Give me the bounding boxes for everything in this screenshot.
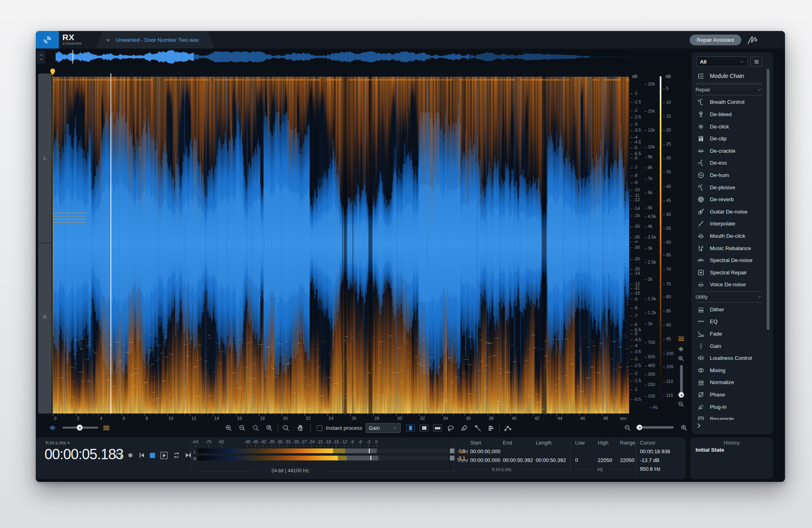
zoom-in-icon[interactable] xyxy=(225,424,233,432)
module-filter-select[interactable]: All xyxy=(696,56,748,67)
history-item[interactable]: Initial State xyxy=(696,447,724,453)
module-item-de-click[interactable]: De-click xyxy=(692,120,765,133)
zoom-selection-icon[interactable] xyxy=(252,424,260,432)
zoom-out-icon[interactable] xyxy=(238,424,246,432)
sel-start-value[interactable]: 00:00:00.000 xyxy=(470,448,500,454)
monitor-icon[interactable] xyxy=(114,451,123,459)
module-item-interpolate[interactable]: Interpolate xyxy=(692,218,765,230)
scale-tick: -7 xyxy=(630,165,638,170)
blend-slider-knob[interactable] xyxy=(77,425,83,431)
freq-high-value[interactable]: 22050 xyxy=(598,457,612,463)
module-item-de-reverb[interactable]: De-reverb xyxy=(692,193,765,206)
module-item-mouth-de-click[interactable]: Mouth De-click xyxy=(692,230,765,242)
freq-range-value[interactable]: 22050 xyxy=(620,457,634,463)
process-select[interactable]: Gain xyxy=(366,423,401,433)
loop-button[interactable] xyxy=(172,451,180,459)
module-item-mixing[interactable]: Mixing xyxy=(692,364,765,377)
module-item-spectral-repair[interactable]: Spectral Repair xyxy=(692,266,765,279)
module-item-dither[interactable]: Dither xyxy=(692,303,765,316)
time-frequency-selection-tool[interactable] xyxy=(420,425,428,431)
vertical-zoom-slider[interactable] xyxy=(680,365,683,395)
frequency-selection-tool[interactable] xyxy=(433,425,442,431)
ruler-minor-tick xyxy=(413,413,414,415)
spectrogram-view[interactable] xyxy=(53,74,629,413)
panel-menu-button[interactable] xyxy=(750,56,762,67)
file-tab[interactable]: × Unwanted - Door Number Two.wav xyxy=(95,31,215,49)
overview-resize-control[interactable] xyxy=(37,51,45,64)
module-item-breath-control[interactable]: Breath Control xyxy=(692,96,765,109)
waveform-blend-icon[interactable] xyxy=(49,424,56,431)
magnify-tool-icon[interactable] xyxy=(282,424,290,432)
magic-wand-tool-icon[interactable] xyxy=(474,424,482,432)
module-item-plug-in[interactable]: Plug-in xyxy=(692,401,765,413)
timeline-zoom-knob[interactable] xyxy=(637,425,642,430)
chevron-down-icon xyxy=(739,59,744,64)
i-bars2 xyxy=(697,135,705,142)
lasso-tool-icon[interactable] xyxy=(447,424,455,432)
module-item-fade[interactable]: Fade xyxy=(692,328,765,340)
time-format-select[interactable]: h:m:s.ms ▾ xyxy=(46,440,70,446)
module-item-de-bleed[interactable]: De-bleed xyxy=(692,108,765,120)
view-start-value[interactable]: 00:00:00.000 xyxy=(470,457,500,463)
toolbar-divider xyxy=(310,423,311,433)
spectrogram-blend-icon[interactable] xyxy=(103,424,110,432)
vertical-zoom-out-icon[interactable] xyxy=(678,401,684,408)
module-item-music-rebalance[interactable]: Music Rebalance xyxy=(692,242,765,254)
ruler-minor-tick xyxy=(276,413,276,415)
time-selection-tool[interactable] xyxy=(406,425,415,431)
playhead-time-display[interactable]: 00:00:05.183 xyxy=(45,446,123,463)
module-item-de-clip[interactable]: De-clip xyxy=(692,132,765,145)
module-item-normalize[interactable]: Normalize xyxy=(692,377,765,389)
vertical-zoom-in-icon[interactable] xyxy=(678,355,684,362)
brush-tool-icon[interactable] xyxy=(460,424,468,432)
go-to-start-button[interactable] xyxy=(138,451,146,459)
freq-low-value[interactable]: 0 xyxy=(575,457,578,463)
tab-close-icon[interactable]: × xyxy=(107,37,110,43)
module-item-gain[interactable]: Gain xyxy=(692,340,765,352)
module-item-guitar-de-noise[interactable]: Guitar De-noise xyxy=(692,206,765,218)
waveform-overview[interactable] xyxy=(56,49,629,64)
module-item-loudness-control[interactable]: Loudness Control xyxy=(692,352,765,364)
module-item-voice-de-noise[interactable]: Voice De-noise xyxy=(692,279,765,291)
instant-process-checkbox[interactable] xyxy=(317,425,322,431)
zoom-fit-icon[interactable] xyxy=(265,424,273,432)
module-item-de-hum[interactable]: De-hum xyxy=(692,169,765,181)
vertical-zoom-knob[interactable] xyxy=(678,392,684,398)
record-button[interactable] xyxy=(126,451,134,459)
waveform-mode-icon[interactable] xyxy=(678,346,684,352)
module-item-label: Music Rebalance xyxy=(710,245,751,251)
module-chain-item[interactable]: Module Chain xyxy=(692,70,765,82)
hand-tool-icon[interactable] xyxy=(297,424,304,432)
view-length-value[interactable]: 00:00:50.392 xyxy=(536,457,566,463)
signal-flow-icon[interactable] xyxy=(746,34,758,46)
find-similar-tool-icon[interactable] xyxy=(487,424,495,432)
panel-expand-chevron[interactable] xyxy=(696,422,702,429)
panel-scrollbar[interactable] xyxy=(767,69,769,330)
scale-tick: -11 xyxy=(630,285,640,290)
scale-tick: -4 xyxy=(630,343,638,348)
section-header-repair[interactable]: Repair xyxy=(696,84,762,95)
cursor-line xyxy=(110,74,111,413)
section-header-utility[interactable]: Utility xyxy=(696,291,762,303)
play-button[interactable] xyxy=(160,451,168,460)
stop-button[interactable] xyxy=(150,453,155,458)
module-item-de-plosive[interactable]: De-plosive xyxy=(692,181,765,194)
channel-strip[interactable]: L R xyxy=(38,74,52,413)
ruler-minor-tick xyxy=(58,413,59,415)
ruler-minor-tick xyxy=(390,413,391,415)
meter-scale-tick xyxy=(208,445,209,447)
spectrogram-mode-icon[interactable] xyxy=(678,335,685,342)
module-item-phase[interactable]: Phase xyxy=(692,388,765,401)
module-item-eq[interactable]: EQ xyxy=(692,316,765,328)
view-end-value[interactable]: 00:00:50.392 xyxy=(503,457,533,463)
repair-assistant-button[interactable]: Repair Assistant xyxy=(690,35,741,45)
signal-graph-icon[interactable] xyxy=(504,424,512,432)
playhead-marker[interactable] xyxy=(50,68,55,76)
module-item-de-crackle[interactable]: De-crackle xyxy=(692,145,765,157)
tab-filename[interactable]: Unwanted - Door Number Two.wav xyxy=(116,37,199,43)
module-item-de-ess[interactable]: De-ess xyxy=(692,157,765,169)
timeline-zoom-out-icon[interactable] xyxy=(624,424,631,431)
timeline-zoom-in-icon[interactable] xyxy=(680,424,688,431)
module-item-resample[interactable]: Resample xyxy=(692,413,765,420)
module-item-spectral-de-noise[interactable]: Spectral De-noise xyxy=(692,254,765,266)
